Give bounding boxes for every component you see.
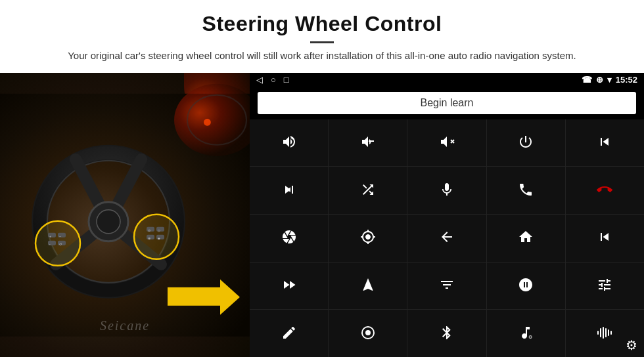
navigate-icon (360, 277, 376, 295)
svg-text:~: ~ (59, 234, 61, 238)
content-section: ● + ~ (0, 73, 644, 358)
home-nav-icon[interactable]: ○ (271, 75, 276, 85)
svg-text:+: + (49, 234, 51, 238)
pen-icon (281, 325, 297, 343)
gear-icon: ⚙ (626, 338, 637, 352)
recents-nav-icon[interactable]: □ (284, 75, 289, 85)
settings-sliders-button[interactable] (566, 262, 644, 310)
vol-up-icon: + (281, 134, 297, 152)
time-display: 15:52 (616, 75, 637, 85)
svg-text:↺: ↺ (59, 242, 62, 245)
title-divider (310, 41, 334, 43)
mute-icon (439, 134, 455, 152)
svg-text:◇: ◇ (158, 228, 160, 232)
settings-sliders-icon (597, 277, 612, 295)
begin-learn-row: Begin learn (250, 87, 644, 119)
bluetooth-icon (439, 325, 455, 343)
view-360-icon (360, 229, 376, 247)
next-track-button[interactable] (250, 167, 328, 214)
svg-text:◈: ◈ (158, 236, 160, 240)
nav-icons: ◁ ○ □ (256, 75, 289, 85)
svg-rect-33 (369, 140, 374, 142)
power-button[interactable] (487, 119, 565, 167)
svg-text:⊕: ⊕ (148, 236, 150, 240)
back-icon (439, 229, 455, 247)
circle-dot-button[interactable] (329, 310, 407, 357)
svg-point-12 (97, 209, 120, 233)
hang-up-icon (597, 182, 612, 200)
svg-rect-42 (605, 328, 607, 337)
svg-rect-44 (610, 331, 612, 335)
status-bar: ◁ ○ □ ☎ ⊕ ▾ 15:52 (250, 73, 644, 87)
controls-grid: + (250, 119, 644, 358)
home-icon (518, 229, 534, 247)
wifi-status-icon: ▾ (607, 75, 612, 85)
mute-button[interactable] (407, 119, 486, 167)
phone-call-icon (518, 182, 534, 200)
shuffle-next-button[interactable] (329, 167, 407, 214)
svg-rect-43 (608, 329, 609, 336)
circle-dot-icon (360, 325, 376, 343)
record-button[interactable] (487, 262, 565, 310)
control-panel: ◁ ○ □ ☎ ⊕ ▾ 15:52 Begin learn (250, 73, 644, 358)
power-icon (518, 134, 534, 152)
header-section: Steering Wheel Control Your original car… (0, 0, 644, 69)
subtitle: Your original car's steering wheel contr… (59, 49, 585, 64)
gear-settings-button[interactable]: ⚙ (626, 337, 637, 353)
mic-button[interactable] (407, 167, 486, 214)
prev-track-icon (597, 134, 612, 152)
phone-call-button[interactable] (487, 167, 565, 214)
svg-point-37 (365, 330, 371, 335)
back-nav-icon[interactable]: ◁ (256, 75, 263, 85)
back-button[interactable] (407, 215, 486, 262)
skip-back-icon (597, 229, 612, 247)
view-360-button[interactable] (329, 215, 407, 262)
shuffle-next-icon (360, 182, 376, 200)
svg-rect-39 (597, 331, 599, 335)
camera-button[interactable] (250, 215, 328, 262)
svg-text:Seicane: Seicane (100, 318, 150, 332)
vol-down-button[interactable] (329, 119, 407, 167)
record-icon (518, 277, 534, 295)
svg-text:⊙: ⊙ (148, 228, 150, 232)
svg-text:●: ● (204, 114, 211, 127)
status-right: ☎ ⊕ ▾ 15:52 (582, 75, 637, 85)
svg-rect-40 (600, 328, 601, 337)
fast-forward-button[interactable] (250, 262, 328, 310)
svg-text:+: + (290, 136, 294, 142)
camera-icon (281, 229, 297, 247)
bluetooth-button[interactable] (407, 310, 486, 357)
svg-text:⚙: ⚙ (528, 335, 532, 340)
equalizer-button[interactable] (407, 262, 486, 310)
waveform-icon (597, 325, 612, 343)
location-status-icon: ⊕ (596, 75, 603, 85)
hang-up-button[interactable] (566, 167, 644, 214)
home-button[interactable] (487, 215, 565, 262)
vol-down-icon (360, 134, 376, 152)
steering-wheel-image: ● + ~ (0, 73, 250, 358)
page-container: Steering Wheel Control Your original car… (0, 0, 644, 357)
svg-rect-41 (603, 327, 604, 339)
next-track-icon (281, 182, 297, 200)
fast-forward-icon (281, 277, 297, 295)
skip-back-button[interactable] (566, 215, 644, 262)
phone-status-icon: ☎ (582, 75, 592, 85)
prev-track-button[interactable] (566, 119, 644, 167)
vol-up-button[interactable]: + (250, 119, 328, 167)
page-title: Steering Wheel Control (26, 12, 618, 36)
equalizer-icon (439, 277, 455, 295)
begin-learn-button[interactable]: Begin learn (258, 92, 636, 114)
navigate-button[interactable] (329, 262, 407, 310)
music-settings-icon: ⚙ (518, 325, 534, 343)
music-settings-button[interactable]: ⚙ (487, 310, 565, 357)
mic-icon (439, 182, 455, 200)
pen-button[interactable] (250, 310, 328, 357)
